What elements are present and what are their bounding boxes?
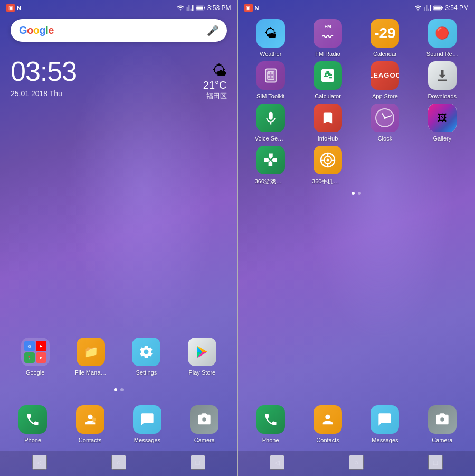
- app-grid-left: G ▶ 📍 ▶ Google 📁 File Manager: [11, 338, 227, 376]
- dock-camera-label: Camera: [194, 437, 215, 443]
- phone-svg: [25, 412, 40, 427]
- right-dock: Phone Contacts Messages: [238, 400, 476, 451]
- app-item-weather[interactable]: 🌤 Weather: [244, 19, 297, 57]
- app-label-infohub: InfoHub: [318, 135, 338, 142]
- right-nav-back-btn[interactable]: ◁: [270, 455, 284, 470]
- n-icon: N: [17, 5, 21, 11]
- right-main: 🌤 Weather FM FM Radio: [238, 15, 476, 400]
- app-label-gallery: Gallery: [433, 135, 451, 142]
- clock-face: [375, 108, 394, 127]
- right-app-grid: 🌤 Weather FM FM Radio: [244, 19, 469, 185]
- app-item-downloads[interactable]: Downloads: [416, 61, 469, 99]
- calculator-icon: [314, 61, 342, 90]
- clock-app-icon: [370, 104, 399, 132]
- svg-rect-10: [442, 7, 443, 9]
- app-item-360mobile[interactable]: 360手机助...: [301, 146, 354, 185]
- dock-contacts[interactable]: Contacts: [63, 405, 116, 443]
- nav-back-btn[interactable]: ◁: [32, 455, 47, 470]
- phone-icon: [18, 405, 47, 434]
- dot-inactive: [120, 388, 124, 391]
- app-label-settings: Settings: [136, 369, 157, 376]
- wifi-icon: [177, 4, 184, 12]
- right-battery-icon: [433, 5, 443, 11]
- dock-messages[interactable]: Messages: [121, 405, 174, 443]
- right-dot-inactive: [358, 192, 361, 195]
- app-item-simtoolkit[interactable]: SIM Toolkit: [244, 61, 297, 99]
- infohub-icon: [314, 104, 342, 132]
- app-item-calculator[interactable]: Calculator: [301, 61, 354, 99]
- right-nav-bar: ◁ ○ □: [238, 451, 476, 476]
- app-item-settings[interactable]: Settings: [122, 338, 171, 376]
- folder-app-3: 📍: [24, 352, 35, 363]
- google-search-bar[interactable]: Google 🎤: [11, 19, 227, 42]
- app-label-google: Google: [26, 369, 44, 376]
- app-item-calendar[interactable]: -29 Calendar: [358, 19, 411, 57]
- app-notif-icon: ▣: [6, 4, 15, 12]
- right-camera-svg: [435, 412, 450, 427]
- app-label-soundrec: Sound Reco...: [426, 51, 458, 57]
- weather-widget: 🌤 21°C 福田区: [203, 58, 227, 101]
- camera-svg: [197, 412, 212, 427]
- nav-recent-btn[interactable]: □: [191, 455, 205, 470]
- right-signal-icon: [424, 4, 431, 12]
- mic-icon[interactable]: 🎤: [207, 25, 218, 36]
- app-item-360game[interactable]: 360游戏大...: [244, 146, 297, 185]
- dock-phone[interactable]: Phone: [6, 405, 59, 443]
- app-label-360game: 360游戏大...: [255, 178, 287, 185]
- app-item-gallery[interactable]: 🖼 Gallery: [416, 104, 469, 142]
- voicesearch-icon: [256, 104, 285, 132]
- right-phone: ▣ N 3:54 PM 🌤 Weather FM: [238, 0, 476, 476]
- app-label-calendar: Calendar: [373, 51, 397, 57]
- app-item-infohub[interactable]: InfoHub: [301, 104, 354, 142]
- 360-mobile-svg: [319, 152, 336, 169]
- battery-icon: [196, 5, 205, 11]
- right-messages-icon: [370, 405, 399, 434]
- right-messages-svg: [377, 412, 392, 427]
- folder-app-2: ▶: [36, 341, 46, 351]
- folder-app-4: ▶: [36, 352, 46, 363]
- playstore-svg: [193, 343, 211, 361]
- app-item-clock[interactable]: Clock: [358, 104, 411, 142]
- camera-icon: [190, 405, 218, 434]
- right-dock-camera[interactable]: Camera: [416, 405, 469, 443]
- dot-active: [114, 388, 117, 391]
- contacts-icon: [76, 405, 104, 434]
- app-label-fmradio: FM Radio: [315, 51, 340, 57]
- app-label-filemanager: File Manager: [75, 369, 107, 376]
- right-nav-home-btn[interactable]: ○: [349, 455, 364, 470]
- app-item-appstore[interactable]: LEAGOO App Store: [358, 61, 411, 99]
- app-item-soundrec[interactable]: 🔴 Sound Reco...: [416, 19, 469, 57]
- calc-svg: [319, 67, 336, 84]
- left-dock: Phone Contacts Messages: [0, 400, 238, 451]
- sim-svg: [263, 68, 279, 83]
- status-time: 3:53 PM: [207, 4, 231, 12]
- right-dock-contacts[interactable]: Contacts: [301, 405, 354, 443]
- status-left-icons: ▣ N: [6, 4, 21, 12]
- right-status-bar: ▣ N 3:54 PM: [238, 0, 476, 15]
- downloads-icon: [428, 61, 457, 90]
- right-dock-phone[interactable]: Phone: [244, 405, 297, 443]
- app-label-calculator: Calculator: [315, 93, 341, 99]
- app-label-simtoolkit: SIM Toolkit: [256, 93, 285, 99]
- app-item-fmradio[interactable]: FM FM Radio: [301, 19, 354, 57]
- app-item-filemanager[interactable]: 📁 File Manager: [66, 338, 115, 376]
- page-dots-right: [244, 192, 469, 195]
- settings-icon: [132, 338, 160, 366]
- nav-home-btn[interactable]: ○: [111, 455, 126, 470]
- right-nav-recent-btn[interactable]: □: [428, 455, 443, 470]
- right-dock-messages[interactable]: Messages: [358, 405, 411, 443]
- svg-point-8: [92, 418, 96, 422]
- infohub-svg: [320, 110, 335, 125]
- dock-phone-label: Phone: [24, 437, 41, 443]
- dock-camera[interactable]: Camera: [178, 405, 231, 443]
- dock-messages-label: Messages: [134, 437, 160, 443]
- radio-wave-svg: [322, 33, 334, 40]
- app-item-playstore[interactable]: Play Store: [177, 338, 226, 376]
- fmradio-icon: FM: [314, 19, 342, 48]
- svg-rect-16: [268, 76, 270, 78]
- app-item-voicesearch[interactable]: Voice Search: [244, 104, 297, 142]
- right-status-time: 3:54 PM: [445, 4, 469, 12]
- status-right: 3:53 PM: [177, 4, 231, 12]
- clock-weather-widget: 03:53 25.01 2018 Thu 🌤 21°C 福田区: [11, 58, 227, 101]
- app-item-google[interactable]: G ▶ 📍 ▶ Google: [11, 338, 60, 376]
